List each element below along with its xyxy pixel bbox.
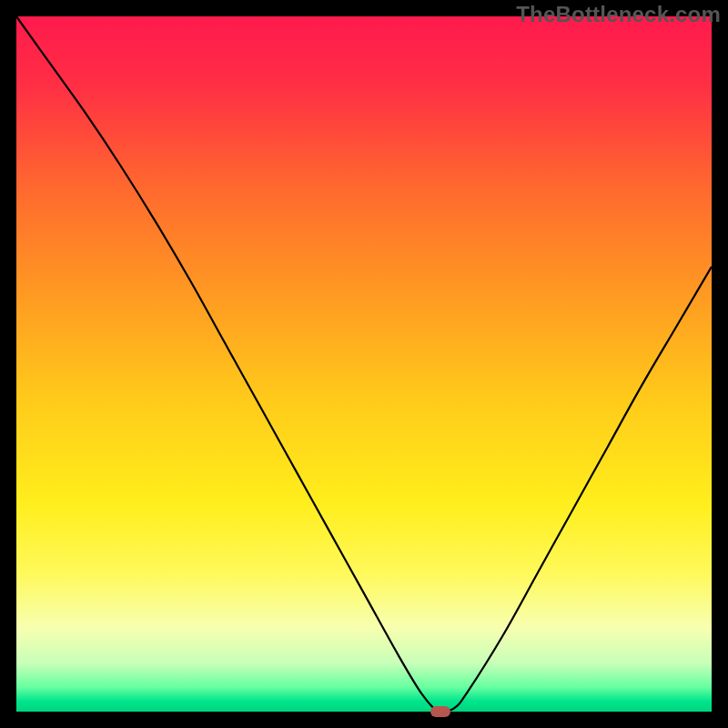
plot-area (16, 16, 712, 712)
chart-stage: TheBottleneck.com (0, 0, 728, 728)
bottleneck-curve (16, 16, 712, 712)
watermark-text: TheBottleneck.com (516, 2, 721, 27)
optimal-point-marker (430, 706, 450, 717)
